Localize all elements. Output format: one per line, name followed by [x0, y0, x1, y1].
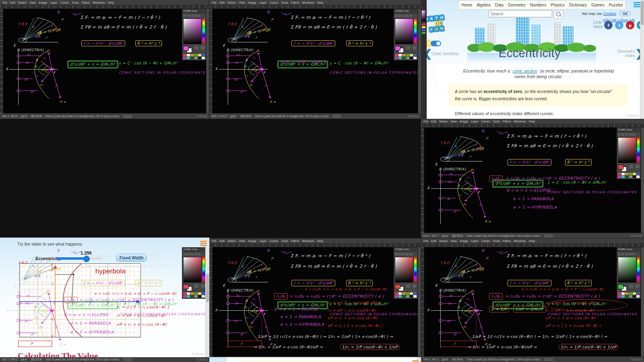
- menu-help[interactable]: Help: [317, 1, 323, 4]
- palette-grid[interactable]: [617, 292, 640, 298]
- saturation-value-picker[interactable]: [183, 257, 202, 283]
- palette-swatch[interactable]: [410, 57, 413, 59]
- menu-tools[interactable]: Tools: [281, 1, 288, 4]
- fg-bg-color-dialog[interactable]: FG/BG Color: [617, 128, 641, 179]
- menu-windows[interactable]: Windows: [302, 1, 314, 4]
- palette-swatch[interactable]: [187, 57, 190, 59]
- palette-swatch[interactable]: [625, 295, 628, 298]
- scrollbar[interactable]: [205, 238, 209, 357]
- status-tool-button[interactable]: [544, 358, 553, 361]
- palette-swatch[interactable]: [202, 292, 205, 295]
- swap-colors-icon[interactable]: [406, 46, 410, 50]
- horizontal-ruler[interactable]: [209, 244, 421, 247]
- nav-item-home[interactable]: Home: [462, 3, 473, 7]
- mathsisfun-logo[interactable]: MATH IS FUN: [423, 14, 446, 33]
- scrollbar[interactable]: [640, 0, 644, 119]
- menu-select[interactable]: Select: [227, 239, 236, 243]
- nav-item-dictionary[interactable]: Dictionary: [569, 3, 587, 7]
- menu-windows[interactable]: Windows: [302, 239, 314, 243]
- hue-strip[interactable]: [637, 257, 640, 282]
- swap-colors-icon[interactable]: [629, 165, 633, 168]
- palette-swatch[interactable]: [194, 292, 198, 295]
- menu-help[interactable]: Help: [529, 239, 535, 243]
- menu-edit[interactable]: Edit: [219, 239, 225, 243]
- hue-strip[interactable]: [414, 19, 417, 43]
- menu-view[interactable]: View: [239, 1, 245, 4]
- menu-burger-icon[interactable]: [634, 2, 640, 7]
- fg-bg-color-dialog[interactable]: FG/BG Color: [394, 9, 418, 60]
- palette-swatch[interactable]: [187, 292, 190, 295]
- palette-swatch[interactable]: [194, 54, 198, 56]
- menu-layer[interactable]: Layer: [50, 1, 58, 4]
- color-mode-tabs[interactable]: [394, 14, 417, 18]
- palette-swatch[interactable]: [190, 295, 194, 298]
- palette-swatch[interactable]: [410, 295, 413, 298]
- palette-swatch[interactable]: [202, 54, 205, 56]
- horizontal-ruler[interactable]: [0, 5, 209, 9]
- palette-swatch[interactable]: [621, 295, 625, 298]
- palette-swatch[interactable]: [410, 292, 413, 295]
- cookie-ok-button[interactable]: OK: [619, 11, 631, 16]
- saturation-value-picker[interactable]: [618, 257, 636, 283]
- vertical-ruler[interactable]: [0, 9, 3, 113]
- menu-filters[interactable]: Filters: [291, 1, 299, 4]
- default-colors-icon[interactable]: [636, 165, 640, 168]
- unit-select[interactable]: px ▾: [441, 358, 449, 361]
- conic-section-link[interactable]: conic section: [511, 68, 539, 74]
- palette-swatch[interactable]: [633, 176, 636, 178]
- palette-swatch[interactable]: [629, 173, 632, 175]
- theme-toggle[interactable]: [426, 40, 441, 47]
- horizontal-ruler[interactable]: [209, 5, 421, 9]
- color-mode-tabs[interactable]: [617, 252, 640, 256]
- palette-swatch[interactable]: [413, 295, 417, 298]
- palette-swatch[interactable]: [629, 295, 632, 298]
- menu-windows[interactable]: Windows: [93, 1, 105, 4]
- status-tool-button[interactable]: [332, 115, 341, 118]
- menu-select[interactable]: Select: [439, 239, 448, 243]
- zoom-select[interactable]: 66.7% ▾: [239, 115, 252, 118]
- zoom-select[interactable]: 66.7% ▾: [451, 234, 464, 238]
- palette-swatch[interactable]: [633, 173, 636, 175]
- menu-colors[interactable]: Colors: [270, 1, 279, 4]
- palette-swatch[interactable]: [198, 54, 201, 56]
- menu-help[interactable]: Help: [529, 120, 535, 123]
- status-tool-button[interactable]: [123, 115, 132, 118]
- gimp-canvas[interactable]: FG/BG Color: [213, 247, 418, 356]
- saturation-value-picker[interactable]: [395, 257, 413, 283]
- default-colors-icon[interactable]: [201, 284, 205, 288]
- hue-strip[interactable]: [202, 19, 205, 43]
- palette-swatch[interactable]: [190, 292, 194, 295]
- menu-windows[interactable]: Windows: [514, 120, 526, 123]
- vertical-ruler[interactable]: [209, 9, 213, 113]
- menu-filters[interactable]: Filters: [503, 239, 511, 243]
- palette-swatch[interactable]: [395, 54, 398, 56]
- menu-view[interactable]: View: [450, 120, 457, 123]
- palette-swatch[interactable]: [398, 54, 402, 56]
- menu-image[interactable]: Image: [248, 1, 256, 4]
- swap-colors-icon[interactable]: [194, 284, 198, 288]
- palette-swatch[interactable]: [190, 57, 194, 59]
- palette-swatch[interactable]: [190, 54, 194, 56]
- horizontal-ruler[interactable]: [421, 124, 644, 128]
- horizontal-ruler[interactable]: [421, 244, 644, 247]
- palette-swatch[interactable]: [618, 292, 621, 295]
- palette-swatch[interactable]: [202, 57, 205, 59]
- palette-swatch[interactable]: [621, 292, 625, 295]
- menu-image[interactable]: Image: [248, 239, 256, 243]
- vertical-ruler[interactable]: [421, 128, 424, 233]
- menu-file[interactable]: File: [212, 239, 217, 243]
- palette-swatch[interactable]: [621, 173, 625, 175]
- unit-select[interactable]: px ▾: [20, 358, 28, 361]
- saturation-value-picker[interactable]: [183, 19, 202, 44]
- palette-swatch[interactable]: [413, 292, 417, 295]
- menu-select[interactable]: Select: [227, 1, 236, 4]
- palette-swatch[interactable]: [183, 295, 186, 298]
- cookies-link[interactable]: Cookies: [603, 12, 616, 16]
- hue-strip[interactable]: [637, 137, 640, 162]
- palette-swatch[interactable]: [636, 176, 640, 178]
- color-mode-tabs[interactable]: [617, 132, 640, 137]
- gimp-canvas[interactable]: FG/BG Color: [424, 247, 641, 356]
- palette-swatch[interactable]: [198, 295, 201, 298]
- menu-burger-icon[interactable]: [412, 360, 419, 362]
- menu-edit[interactable]: Edit: [431, 120, 436, 123]
